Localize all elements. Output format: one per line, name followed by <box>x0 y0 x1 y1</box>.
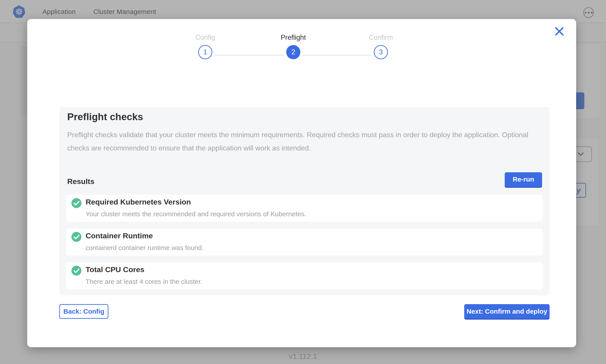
close-icon[interactable] <box>554 26 565 37</box>
check-result-row: Total CPU Cores There are at least 4 cor… <box>66 262 543 289</box>
panel-description: Preflight checks validate that your clus… <box>67 128 536 155</box>
check-message: There are at least 4 cores in the cluste… <box>86 278 202 285</box>
stepper-step-preflight[interactable]: Preflight 2 <box>267 34 320 59</box>
check-pass-icon <box>71 266 81 276</box>
stepper-step-config[interactable]: Config 1 <box>179 34 232 59</box>
preflight-panel: Preflight checks Preflight checks valida… <box>59 107 550 295</box>
preflight-modal: Config 1 Preflight 2 Confirm 3 Preflight… <box>27 19 576 347</box>
step-label: Confirm <box>354 34 407 43</box>
check-title: Container Runtime <box>86 232 153 240</box>
check-message: containerd container runtime was found. <box>86 244 204 252</box>
check-pass-icon <box>71 232 81 242</box>
step-label: Preflight <box>267 34 320 43</box>
check-result-row: Required Kubernetes Version Your cluster… <box>66 195 543 222</box>
check-result-row: Container Runtime containerd container r… <box>66 229 543 256</box>
step-number[interactable]: 3 <box>374 45 388 59</box>
stepper-step-confirm[interactable]: Confirm 3 <box>354 34 407 59</box>
rerun-button[interactable]: Re-run <box>505 172 542 187</box>
step-label: Config <box>179 34 232 43</box>
check-title: Required Kubernetes Version <box>86 198 191 206</box>
results-heading: Results <box>67 177 95 186</box>
next-confirm-deploy-button[interactable]: Next: Confirm and deploy <box>464 304 550 319</box>
check-message: Your cluster meets the recommended and r… <box>86 210 306 218</box>
check-title: Total CPU Cores <box>86 265 144 274</box>
panel-title: Preflight checks <box>67 111 143 122</box>
check-pass-icon <box>71 198 81 208</box>
back-config-button[interactable]: Back: Config <box>59 304 108 319</box>
step-number[interactable]: 2 <box>286 45 300 59</box>
step-number[interactable]: 1 <box>198 45 212 59</box>
